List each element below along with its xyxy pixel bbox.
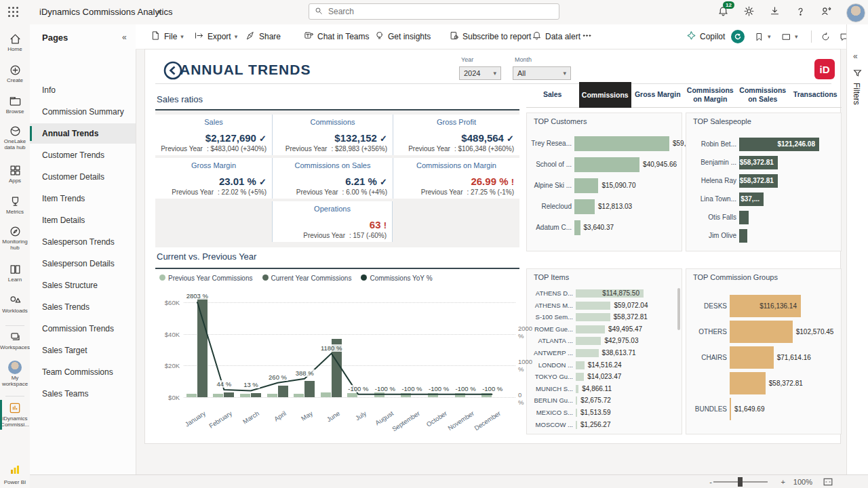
zoom-slider-thumb[interactable] bbox=[738, 477, 743, 487]
toolbar-get-insights-button[interactable]: Get insights bbox=[374, 24, 431, 49]
share-person-icon[interactable] bbox=[821, 5, 834, 19]
copilot-button[interactable]: Copilot bbox=[686, 24, 725, 49]
toolbar---button[interactable] bbox=[582, 24, 595, 49]
kpi-previous-year: Previous Year: $28,983 (+356%) bbox=[278, 145, 387, 152]
bar[interactable] bbox=[576, 313, 610, 321]
chevron-down-icon: ▾ bbox=[563, 70, 566, 77]
page-item-sales-trends[interactable]: Sales Trends bbox=[30, 297, 136, 317]
rail-item-my-workspace[interactable]: My workspace bbox=[0, 361, 30, 387]
page-item-sales-structure[interactable]: Sales Structure bbox=[30, 275, 136, 296]
bar[interactable] bbox=[576, 373, 584, 381]
panel-title: TOP Items bbox=[534, 273, 569, 281]
bar[interactable] bbox=[576, 325, 605, 333]
month-slicer[interactable]: All▾ bbox=[513, 66, 571, 80]
page-item-commission-trends[interactable]: Commission Trends bbox=[30, 319, 136, 339]
rail-item-label: iDynamics Commissi... bbox=[0, 415, 30, 428]
tab-transactions[interactable]: Transactions bbox=[789, 82, 842, 108]
rail-item-apps[interactable]: Apps bbox=[0, 164, 30, 184]
view-button[interactable]: ▾ bbox=[781, 24, 798, 49]
rail-item-browse[interactable]: Browse bbox=[0, 95, 30, 115]
panel-scrollbar[interactable] bbox=[677, 288, 680, 330]
bar[interactable] bbox=[574, 199, 595, 214]
page-item-team-commissions[interactable]: Team Commissions bbox=[30, 362, 136, 382]
rail-item-home[interactable]: Home bbox=[0, 33, 30, 52]
bar[interactable] bbox=[576, 361, 585, 369]
toolbar-export-button[interactable]: Export▾ bbox=[194, 24, 237, 49]
help-icon[interactable] bbox=[795, 5, 808, 19]
rail-item-create[interactable]: Create bbox=[0, 64, 30, 83]
tab-commissions[interactable]: Commissions bbox=[579, 82, 632, 108]
page-item-customer-trends[interactable]: Customer Trends bbox=[30, 145, 136, 165]
zoom-slider[interactable] bbox=[708, 475, 773, 488]
page-item-item-trends[interactable]: Item Trends bbox=[30, 188, 136, 209]
page-item-salesperson-trends[interactable]: Salesperson Trends bbox=[30, 232, 136, 252]
refresh-button[interactable] bbox=[821, 24, 831, 49]
bar[interactable] bbox=[730, 321, 793, 343]
rail-item-onelake-data-hub[interactable]: OneLake data hub bbox=[0, 125, 30, 150]
zoom-level: 100% bbox=[793, 475, 812, 488]
tab-commissions-on-sales[interactable]: Commissions on Sales bbox=[736, 82, 789, 108]
search-box[interactable] bbox=[309, 3, 559, 20]
bar[interactable] bbox=[574, 178, 598, 193]
bar[interactable] bbox=[576, 337, 601, 345]
bar[interactable] bbox=[574, 157, 639, 172]
download-icon[interactable] bbox=[769, 5, 783, 19]
bar[interactable] bbox=[576, 409, 577, 417]
bookmark-button[interactable]: ▾ bbox=[754, 24, 771, 49]
toolbar-chat-in-teams-button[interactable]: Chat in Teams bbox=[304, 24, 369, 49]
my-workspace-icon bbox=[8, 361, 22, 374]
bar[interactable] bbox=[576, 385, 578, 393]
rail-item-workloads[interactable]: Workloads bbox=[0, 294, 30, 314]
bell-icon[interactable]: 12 bbox=[717, 5, 731, 19]
bar[interactable] bbox=[576, 396, 577, 405]
page-item-salesperson-details[interactable]: Salesperson Details bbox=[30, 253, 136, 274]
rail-item-learn[interactable]: Learn bbox=[0, 263, 30, 283]
bar-value-label: $49,495.47 bbox=[608, 325, 642, 333]
page-item-annual-trends[interactable]: Annual Trends bbox=[30, 123, 136, 144]
bar-category-label: OTHERS bbox=[689, 328, 727, 336]
page-item-item-details[interactable]: Item Details bbox=[30, 210, 136, 230]
bar[interactable] bbox=[574, 220, 580, 235]
app-circle-icon[interactable] bbox=[731, 24, 745, 49]
tab-gross-margin[interactable]: Gross Margin bbox=[631, 82, 684, 108]
tab-commissions-on-margin[interactable]: Commissions on Margin bbox=[684, 82, 737, 108]
toolbar-file-button[interactable]: File▾ bbox=[151, 24, 184, 49]
rail-item-idynamics-commissi-[interactable]: iDynamics Commissi... bbox=[0, 401, 30, 428]
page-item-commission-summary[interactable]: Commission Summary bbox=[30, 102, 136, 122]
bar[interactable] bbox=[730, 346, 774, 369]
filters-pane-label[interactable]: Filters bbox=[852, 83, 861, 105]
page-item-sales-teams[interactable]: Sales Teams bbox=[30, 384, 136, 404]
bar[interactable] bbox=[730, 372, 766, 394]
fit-to-page-icon[interactable] bbox=[823, 475, 833, 488]
app-title[interactable]: iDynamics Commissions Analytics bbox=[39, 7, 173, 17]
kpi-value: $132,152 ✓ bbox=[278, 132, 387, 144]
toolbar-subscribe-to-report-button[interactable]: Subscribe to report bbox=[449, 24, 531, 49]
bar[interactable] bbox=[574, 136, 669, 151]
bar[interactable] bbox=[730, 398, 731, 420]
page-item-info[interactable]: Info bbox=[30, 80, 136, 100]
zoom-in-button[interactable]: + bbox=[781, 475, 785, 488]
bar[interactable] bbox=[576, 349, 599, 357]
rail-item-workspaces[interactable]: Workspaces bbox=[0, 331, 30, 350]
bar-value-label: $59,072.04 bbox=[614, 302, 648, 309]
bar[interactable] bbox=[739, 229, 747, 243]
search-input[interactable] bbox=[327, 6, 547, 17]
avatar[interactable] bbox=[846, 3, 865, 22]
waffle-icon[interactable] bbox=[8, 7, 19, 18]
page-item-sales-target[interactable]: Sales Target bbox=[30, 340, 136, 361]
bar[interactable] bbox=[576, 302, 610, 310]
page-item-customer-details[interactable]: Customer Details bbox=[30, 167, 136, 187]
bar[interactable] bbox=[739, 211, 749, 224]
rail-item-monitoring-hub[interactable]: Monitoring hub bbox=[0, 225, 30, 251]
pages-collapse-icon[interactable]: « bbox=[122, 33, 127, 42]
toolbar-data-alert-button[interactable]: Data alert bbox=[532, 24, 580, 49]
bar[interactable] bbox=[576, 421, 577, 429]
gear-icon[interactable] bbox=[743, 5, 757, 19]
filters-expand-icon[interactable]: « bbox=[853, 52, 858, 61]
tab-sales[interactable]: Sales bbox=[526, 82, 579, 108]
chevron-down-icon[interactable]: ▾ bbox=[157, 8, 161, 16]
rail-item-metrics[interactable]: Metrics bbox=[0, 195, 30, 215]
toolbar-share-button[interactable]: Share bbox=[245, 24, 281, 49]
filter-icon[interactable] bbox=[853, 68, 862, 80]
year-slicer[interactable]: 2024▾ bbox=[459, 66, 501, 80]
